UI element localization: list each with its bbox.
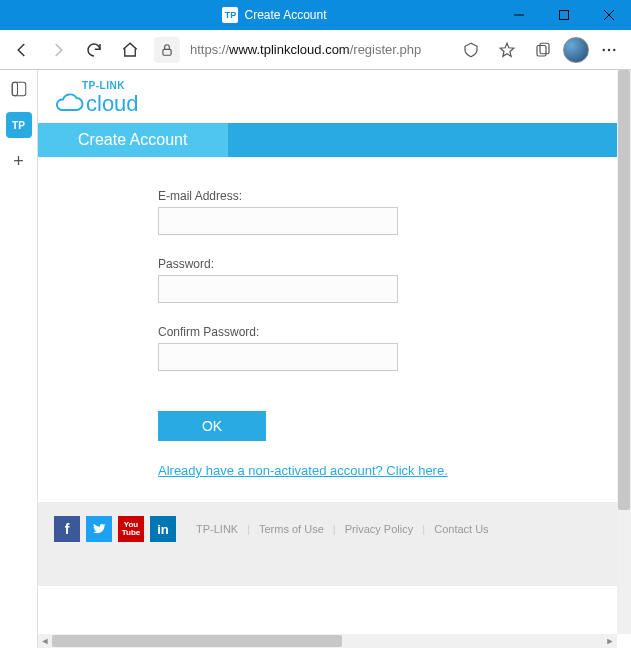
url-domain: www.tplinkcloud.com <box>229 42 350 57</box>
svg-rect-6 <box>537 45 546 56</box>
banner-title: Create Account <box>38 123 228 157</box>
collections-button[interactable] <box>527 34 559 66</box>
window-titlebar: TP Create Account <box>0 0 631 30</box>
vertical-scrollbar-thumb[interactable] <box>618 70 630 510</box>
address-bar[interactable]: https://www.tplinkcloud.com/register.php <box>190 42 451 57</box>
svg-rect-1 <box>559 11 568 20</box>
window-minimize-button[interactable] <box>496 0 541 30</box>
youtube-icon[interactable]: YouTube <box>118 516 144 542</box>
svg-point-10 <box>613 48 615 50</box>
twitter-icon[interactable] <box>86 516 112 542</box>
linkedin-icon[interactable]: in <box>150 516 176 542</box>
nav-back-button[interactable] <box>6 34 38 66</box>
footer-link-privacy[interactable]: Privacy Policy <box>345 523 413 535</box>
email-field[interactable] <box>158 207 398 235</box>
email-label: E-mail Address: <box>158 189 478 203</box>
url-prefix: https:// <box>190 42 229 57</box>
footer-link-contact[interactable]: Contact Us <box>434 523 488 535</box>
shopping-button[interactable] <box>455 34 487 66</box>
tab-current[interactable]: TP <box>6 112 32 138</box>
profile-avatar[interactable] <box>563 37 589 63</box>
window-title-area: TP Create Account <box>53 7 496 23</box>
vertical-scrollbar[interactable] <box>617 70 631 634</box>
favorites-button[interactable] <box>491 34 523 66</box>
cloud-icon <box>54 93 84 115</box>
page-footer: f YouTube in TP-LINK | Terms of Use | Pr… <box>38 502 617 556</box>
window-close-button[interactable] <box>586 0 631 30</box>
svg-point-9 <box>608 48 610 50</box>
vertical-tabs-bar: TP + <box>0 70 38 648</box>
tab-actions-button[interactable] <box>6 76 32 102</box>
svg-marker-5 <box>500 43 514 56</box>
logo-area: TP-LINK cloud <box>38 70 631 123</box>
new-tab-button[interactable]: + <box>6 148 32 174</box>
svg-point-8 <box>603 48 605 50</box>
nav-home-button[interactable] <box>114 34 146 66</box>
window-favicon: TP <box>222 7 238 23</box>
page-banner: Create Account <box>38 123 631 157</box>
site-info-button[interactable] <box>154 37 180 63</box>
nav-forward-button[interactable] <box>42 34 74 66</box>
url-path: /register.php <box>350 42 422 57</box>
confirm-password-label: Confirm Password: <box>158 325 478 339</box>
browser-toolbar: https://www.tplinkcloud.com/register.php <box>0 30 631 70</box>
horizontal-scrollbar[interactable]: ◄ ► <box>38 634 617 648</box>
scroll-left-arrow[interactable]: ◄ <box>38 634 52 648</box>
ok-button[interactable]: OK <box>158 411 266 441</box>
svg-rect-7 <box>540 43 549 54</box>
window-title: Create Account <box>244 8 326 22</box>
registration-form: E-mail Address: Password: Confirm Passwo… <box>38 157 617 502</box>
facebook-icon[interactable]: f <box>54 516 80 542</box>
more-menu-button[interactable] <box>593 34 625 66</box>
nav-refresh-button[interactable] <box>78 34 110 66</box>
scroll-right-arrow[interactable]: ► <box>603 634 617 648</box>
page-viewport: TP-LINK cloud Create Account E-mail Addr… <box>38 70 631 648</box>
logo-product-text: cloud <box>86 91 139 117</box>
logo-brand-text: TP-LINK <box>82 80 174 91</box>
confirm-password-field[interactable] <box>158 343 398 371</box>
svg-rect-4 <box>163 49 171 55</box>
footer-links: TP-LINK | Terms of Use | Privacy Policy … <box>196 523 489 535</box>
svg-rect-11 <box>12 82 26 96</box>
non-activated-account-link[interactable]: Already have a non-activated account? Cl… <box>158 463 478 478</box>
horizontal-scrollbar-thumb[interactable] <box>52 635 342 647</box>
password-label: Password: <box>158 257 478 271</box>
password-field[interactable] <box>158 275 398 303</box>
footer-link-terms[interactable]: Terms of Use <box>259 523 324 535</box>
svg-rect-12 <box>12 82 17 96</box>
footer-link-tplink[interactable]: TP-LINK <box>196 523 238 535</box>
window-maximize-button[interactable] <box>541 0 586 30</box>
